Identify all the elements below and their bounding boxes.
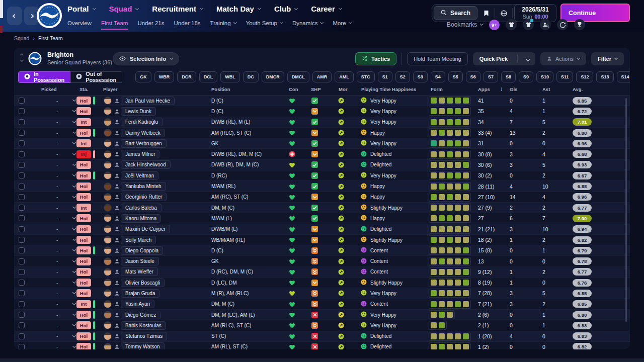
player-name[interactable]: Olivier Boscagli	[121, 279, 165, 287]
hold-team-meeting-button[interactable]: Hold Team Meeting	[407, 52, 468, 65]
position-filter-chip-dmcr[interactable]: DMCR	[262, 71, 284, 82]
row-checkbox[interactable]	[19, 119, 25, 125]
picked-dropdown[interactable]: -	[56, 310, 75, 320]
picked-dropdown[interactable]: -	[56, 224, 75, 234]
player-name[interactable]: Yankuba Minteh	[121, 182, 166, 191]
quick-pick-dropdown[interactable]	[521, 56, 535, 62]
column-header-form[interactable]: Form	[431, 86, 443, 92]
club-info-button[interactable]	[523, 19, 534, 30]
picked-dropdown[interactable]: -	[56, 149, 75, 159]
player-name[interactable]: Kaoru Mitoma	[121, 214, 161, 223]
player-name[interactable]: Brajan Gruda	[121, 289, 159, 298]
column-header-position[interactable]: Position	[211, 86, 230, 92]
player-name[interactable]: Carlos Baleba	[121, 204, 162, 212]
picked-dropdown[interactable]: -	[56, 117, 75, 127]
row-checkbox[interactable]	[19, 205, 25, 211]
subnav-more[interactable]: More	[333, 20, 351, 30]
position-filter-chip-s6[interactable]: S6	[466, 71, 480, 82]
picked-dropdown[interactable]: -	[56, 299, 75, 309]
player-row-danny-welbeck[interactable]: -HolDanny WelbeckAM (RLC), ST (C)Happy33…	[14, 128, 630, 138]
player-row-jason-steele[interactable]: -HolJason SteeleGKContent13006.78	[14, 256, 630, 266]
position-filter-chip-aml[interactable]: AML	[335, 71, 354, 82]
row-checkbox[interactable]	[19, 258, 25, 264]
picked-dropdown[interactable]: -	[56, 128, 75, 138]
position-filter-chip-s5[interactable]: S5	[448, 71, 463, 82]
player-name[interactable]: Maxim De Cuyper	[121, 225, 170, 233]
row-checkbox[interactable]	[19, 290, 25, 296]
actions-dropdown[interactable]: Actions	[540, 52, 586, 65]
position-filter-chip-gk[interactable]: GK	[135, 71, 151, 82]
player-name[interactable]: Yasin Ayari	[121, 300, 154, 308]
subnav-dynamics[interactable]: Dynamics	[292, 20, 323, 30]
column-header-gls[interactable]: Gls	[510, 86, 517, 92]
player-name[interactable]: Bart Verbruggen	[121, 139, 167, 148]
quick-pick-button[interactable]: Quick Pick	[473, 52, 535, 65]
player-name[interactable]: Jack Hinshelwood	[121, 160, 171, 169]
row-checkbox[interactable]	[19, 237, 25, 243]
player-row-lewis-dunk[interactable]: -HolLewis DunkD (C)Very Happy35416.72	[14, 106, 630, 117]
player-row-stefanos-tzimas[interactable]: -HolStefanos TzimasST (C)Delighted1 (20)…	[14, 331, 630, 342]
player-name[interactable]: Diego Coppola	[121, 246, 163, 255]
competitions-button[interactable]	[574, 19, 585, 30]
row-checkbox[interactable]	[19, 162, 25, 168]
row-checkbox[interactable]	[19, 226, 25, 232]
position-filter-chip-stc[interactable]: STC	[357, 71, 375, 82]
row-checkbox[interactable]	[19, 172, 25, 178]
back-button[interactable]	[7, 7, 22, 25]
position-filter-chip-wbr[interactable]: WBR	[154, 71, 175, 82]
row-checkbox[interactable]	[19, 269, 25, 275]
row-checkbox[interactable]	[19, 194, 25, 200]
subnav-overview[interactable]: Overview	[67, 20, 92, 30]
player-row-tommy-watson[interactable]: -HolTommy WatsonAM (RL), ST (C)Delighted…	[14, 342, 630, 349]
column-header-shp[interactable]: SHP	[311, 86, 321, 92]
row-checkbox[interactable]	[19, 333, 25, 339]
player-row-brajan-gruda[interactable]: -HolBrajan GrudaM (R), AM (RLC)Very Happ…	[14, 288, 630, 299]
bookmarks-dropdown[interactable]: Bookmarks	[447, 21, 483, 28]
position-filter-chip-s13[interactable]: S13	[596, 71, 613, 82]
in-possession-toggle[interactable]: In Possession	[18, 71, 70, 83]
picked-dropdown[interactable]: -	[56, 138, 75, 148]
row-checkbox[interactable]	[19, 140, 25, 146]
player-row-mats-wieffer[interactable]: -HolMats WiefferD (RC), DM, M (C)Content…	[14, 267, 630, 278]
picked-dropdown[interactable]: -	[56, 203, 75, 213]
row-checkbox[interactable]	[19, 344, 25, 349]
player-name[interactable]: Danny Welbeck	[121, 129, 165, 137]
row-checkbox[interactable]	[19, 301, 25, 307]
subnav-first-team[interactable]: First Team	[101, 20, 128, 30]
position-filter-chip-s1[interactable]: S1	[378, 71, 392, 82]
column-header-mor[interactable]: Mor	[339, 86, 347, 92]
selection-info-dropdown[interactable]: Selection Info	[113, 52, 179, 65]
row-checkbox[interactable]	[19, 184, 25, 190]
player-row-jo-l-veltman[interactable]: -HolJoël VeltmanD (RC)Very Happy30 (2)02…	[14, 170, 630, 181]
column-header-ast[interactable]: Ast	[542, 86, 550, 92]
player-row-georginio-rutter[interactable]: -HolGeorginio RutterAM (RC), ST (C)Happy…	[14, 192, 630, 203]
picked-dropdown[interactable]: -	[56, 181, 75, 191]
row-checkbox[interactable]	[19, 98, 25, 104]
position-filter-chip-s7[interactable]: S7	[484, 71, 498, 82]
position-filter-chip-s12[interactable]: S12	[576, 71, 593, 82]
player-name[interactable]: Joël Veltman	[121, 171, 158, 180]
picked-dropdown[interactable]: -	[56, 213, 75, 223]
player-row-ferdi-kad-o-lu[interactable]: -IntFerdi KadıoğluD/WB (RL), M (L)Very H…	[14, 117, 630, 128]
picked-dropdown[interactable]: -	[56, 267, 75, 277]
sync-button[interactable]	[557, 19, 568, 30]
picked-dropdown[interactable]: -	[56, 235, 75, 245]
player-row-olivier-boscagli[interactable]: -HolOlivier BoscagliD (LC), DMSlightly H…	[14, 278, 630, 288]
picked-dropdown[interactable]: -	[56, 245, 75, 255]
nav-match-day[interactable]: Match Day	[216, 5, 261, 13]
player-name[interactable]: Solly March	[121, 236, 156, 244]
nav-portal[interactable]: Portal	[67, 5, 96, 13]
row-checkbox[interactable]	[19, 312, 25, 318]
column-header-picked[interactable]: Picked	[41, 86, 57, 92]
row-checkbox[interactable]	[19, 108, 25, 114]
subnav-youth-setup[interactable]: Youth Setup	[246, 20, 283, 30]
position-filter-chip-s10[interactable]: S10	[536, 71, 553, 82]
row-checkbox[interactable]	[19, 151, 25, 157]
position-filter-chip-s14[interactable]: S14	[617, 71, 630, 82]
column-header-sta[interactable]: Sta.	[79, 86, 88, 92]
position-filter-chip-wbl[interactable]: WBL	[220, 71, 240, 82]
player-row-bart-verbruggen[interactable]: -IntBart VerbruggenGKVery Happy31006.96	[14, 138, 630, 149]
picked-dropdown[interactable]: -	[56, 256, 75, 266]
picked-dropdown[interactable]: -	[56, 106, 75, 116]
vertical-scrollbar[interactable]	[625, 98, 627, 322]
